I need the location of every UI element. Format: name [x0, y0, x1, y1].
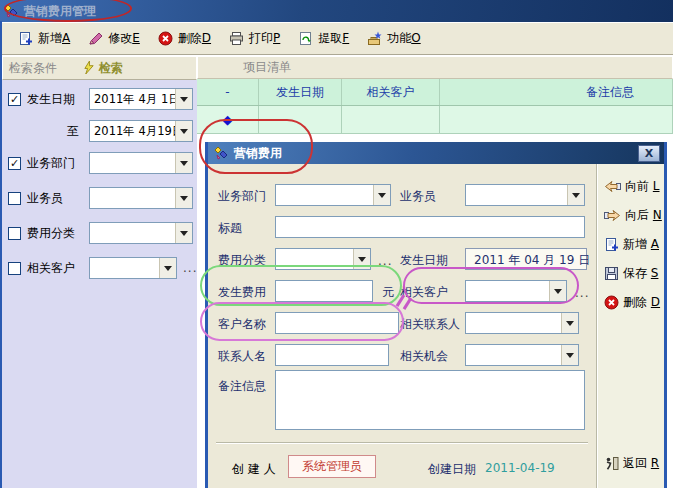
date-to-label: 至	[27, 123, 89, 140]
chevron-down-icon[interactable]	[373, 185, 390, 205]
window-title: 营销费用管理	[24, 3, 96, 20]
printer-icon	[229, 31, 244, 46]
floppy-save-icon	[604, 266, 619, 281]
related-customer-label: 相关客户	[400, 284, 448, 301]
salesman-select[interactable]	[465, 184, 585, 206]
search-panel-header: 检索条件 检索	[2, 56, 197, 80]
toolbar-delete-button[interactable]: 删除D	[154, 27, 215, 50]
chevron-down-icon[interactable]	[175, 188, 192, 208]
column-header-customer: 相关客户	[342, 79, 440, 105]
app-pen-diamond-icon	[214, 146, 229, 161]
amount-label: 发生费用	[218, 284, 266, 301]
delete-circle-icon	[158, 31, 173, 46]
creator-value-badge: 系统管理员	[288, 455, 376, 478]
amount-input[interactable]	[275, 280, 373, 302]
chevron-down-icon[interactable]	[567, 185, 584, 205]
category-select[interactable]	[89, 222, 193, 244]
filter-row-department: ✓ 业务部门	[8, 152, 193, 174]
filter-row-customer: 相关客户 ...	[8, 257, 197, 279]
subject-label: 标题	[218, 220, 242, 237]
department-filter-checkbox[interactable]: ✓	[8, 157, 21, 170]
list-title: 项目清单	[197, 56, 673, 79]
exit-door-icon	[604, 456, 619, 471]
chevron-down-icon[interactable]	[561, 345, 578, 365]
date-label: 发生日期	[400, 252, 448, 269]
cell-note	[440, 106, 673, 133]
add-page-icon	[18, 31, 33, 46]
return-button[interactable]: 返回 R	[604, 455, 659, 472]
search-button[interactable]: 检索	[83, 60, 123, 77]
list-header-row: - 发生日期 相关客户 备注信息	[197, 79, 673, 106]
category-filter-checkbox[interactable]	[8, 227, 21, 240]
chevron-down-icon[interactable]	[175, 121, 192, 141]
dialog-delete-button[interactable]: 删除 D	[604, 294, 660, 311]
toolbar-add-button[interactable]: 新增A	[14, 27, 74, 50]
dialog-add-button[interactable]: 新增 A	[604, 236, 659, 253]
chevron-down-icon[interactable]	[175, 89, 192, 109]
previous-button[interactable]: 向前 L	[604, 178, 660, 195]
remark-label: 备注信息	[218, 378, 266, 395]
toolbar-edit-button[interactable]: 修改E	[84, 27, 144, 50]
toolbar-extract-button[interactable]: 提取F	[294, 27, 353, 50]
department-filter-label: 业务部门	[27, 155, 89, 172]
category-more-button[interactable]: ...	[378, 254, 392, 268]
amount-unit-label: 元	[382, 284, 394, 301]
department-select[interactable]	[89, 152, 193, 174]
remark-textarea[interactable]	[275, 370, 585, 430]
column-header-date: 发生日期	[259, 79, 342, 105]
dialog-sidebar: 向前 L 向后 N	[596, 164, 664, 488]
close-icon[interactable]: X	[638, 145, 660, 162]
dept-select[interactable]	[275, 184, 391, 206]
customer-filter-checkbox[interactable]	[8, 262, 21, 275]
chevron-down-icon[interactable]	[159, 258, 176, 278]
subject-input[interactable]	[275, 216, 585, 238]
chevron-down-icon[interactable]	[549, 281, 566, 301]
dialog-body: 业务部门 业务员 标题 费用分类 ... 发生日期 2011 年 04 月 19…	[208, 164, 664, 488]
date-filter-label: 发生日期	[27, 91, 89, 108]
app-pen-diamond-icon	[4, 4, 19, 19]
salesman-filter-label: 业务员	[27, 190, 89, 207]
lightning-icon	[83, 61, 95, 75]
extract-icon	[298, 31, 313, 46]
save-button[interactable]: 保存 S	[604, 265, 658, 282]
toolbar-function-button[interactable]: 功能O	[363, 27, 424, 50]
function-icon	[367, 31, 382, 46]
window-left-border	[0, 21, 2, 488]
salesman-filter-checkbox[interactable]	[8, 192, 21, 205]
toolbar-print-button[interactable]: 打印P	[225, 27, 284, 50]
contact-name-input[interactable]	[275, 344, 389, 366]
date-value[interactable]: 2011 年 04 月 19 日	[465, 248, 587, 270]
chevron-down-icon[interactable]	[175, 153, 192, 173]
customer-select[interactable]	[89, 257, 177, 279]
table-row[interactable]: ◆	[197, 106, 673, 134]
related-opportunity-select[interactable]	[465, 344, 579, 366]
filter-row-date-from: ✓ 发生日期 2011年 4月 1日	[8, 88, 193, 110]
date-filter-checkbox[interactable]: ✓	[8, 93, 21, 106]
cell-date	[259, 106, 342, 133]
expense-dialog: 营销费用 X 业务部门 业务员 标题 费用分类 ...	[205, 142, 667, 488]
related-customer-more-button[interactable]: ...	[575, 286, 589, 300]
search-panel: 检索条件 检索 ✓ 发生日期 2011年 4月 1日 至 2011	[2, 56, 197, 488]
salesman-select[interactable]	[89, 187, 193, 209]
date-from-select[interactable]: 2011年 4月 1日	[89, 88, 193, 110]
app-window: 营销费用管理 新增A 修改E	[0, 0, 673, 488]
related-contact-select[interactable]	[465, 312, 579, 334]
related-customer-select[interactable]	[465, 280, 567, 302]
chevron-down-icon[interactable]	[353, 249, 370, 269]
customer-more-button[interactable]: ...	[183, 261, 197, 275]
chevron-down-icon[interactable]	[175, 223, 192, 243]
delete-circle-icon	[604, 295, 619, 310]
hand-point-right-icon	[604, 209, 621, 222]
main-toolbar: 新增A 修改E 删除D	[2, 22, 673, 55]
edit-pencil-icon	[88, 31, 103, 46]
chevron-down-icon[interactable]	[561, 313, 578, 333]
category-select[interactable]	[275, 248, 371, 270]
next-button[interactable]: 向后 N	[604, 207, 662, 224]
date-to-select[interactable]: 2011年 4月19日	[89, 120, 193, 142]
created-date-value: 2011-04-19	[485, 461, 555, 475]
customer-name-input[interactable]	[275, 312, 399, 334]
customer-name-label: 客户名称	[218, 316, 266, 333]
salesman-label: 业务员	[400, 188, 436, 205]
category-filter-label: 费用分类	[27, 225, 89, 242]
search-conditions-label: 检索条件	[9, 60, 57, 77]
